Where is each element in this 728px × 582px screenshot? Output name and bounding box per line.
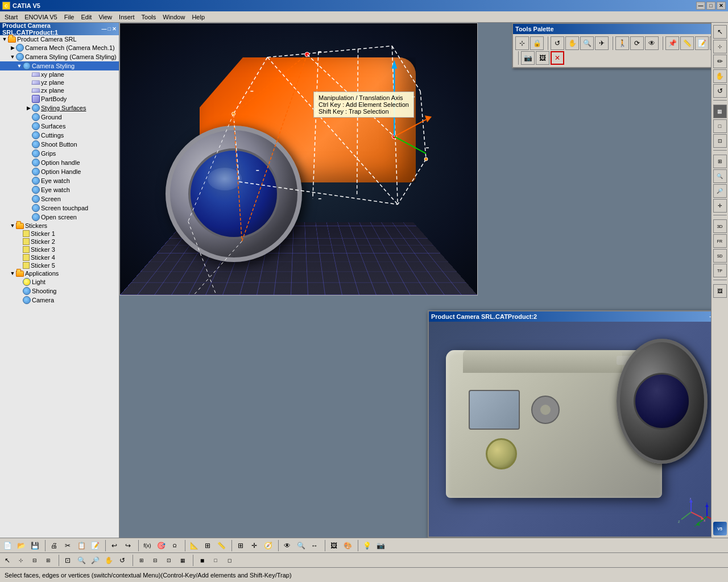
tree-item-eye-watch-2[interactable]: Eye watch [0,185,119,194]
menu-enovia[interactable]: ENOVIA V5 [21,13,60,22]
tree-item-open-screen[interactable]: Open screen [0,213,119,222]
tree-item-applications-group[interactable]: ▼ Applications [0,269,119,277]
tools-palette-titlebar[interactable]: Tools Palette ✕ [513,24,727,34]
tree-item-sticker-1[interactable]: Sticker 1 [0,230,119,238]
bt-new[interactable]: 📄 [1,539,14,552]
tool-rotate[interactable]: ↺ [551,36,564,50]
bt2-zoom-in[interactable]: 🔍 [75,554,88,567]
tool-arrow[interactable]: 🔒 [530,36,544,50]
bt-snap-mode[interactable]: 📐 [188,539,200,552]
bt2-point[interactable]: ⊹ [15,554,27,567]
menu-insert[interactable]: Insert [115,13,138,22]
bt2-pan[interactable]: ✋ [102,554,115,567]
bt-save[interactable]: 💾 [28,539,41,552]
tool-measure[interactable]: 📏 [680,36,694,50]
rt-zoom-in[interactable]: 🔍 [713,169,727,183]
bt-render2[interactable]: 🖼 [328,539,340,552]
product-minimize[interactable]: — [102,26,107,32]
product-maximize[interactable]: □ [108,26,111,32]
bt2-outline[interactable]: ◻ [223,554,235,567]
tool-camera[interactable]: 📷 [521,51,535,65]
tree-item-sticker-5[interactable]: Sticker 5 [0,261,119,269]
tool-render[interactable]: 🖼 [536,51,549,65]
menu-start[interactable]: Start [1,13,21,22]
close-button[interactable]: ✕ [717,2,726,10]
bt-swap[interactable]: ↔ [308,539,321,552]
maximize-button[interactable]: □ [706,2,715,10]
tool-select[interactable]: ⊹ [515,36,529,50]
bt-open[interactable]: 📂 [15,539,27,552]
bt-formula[interactable]: Ω [168,539,181,552]
rt-zoom-out[interactable]: 🔎 [713,184,727,198]
tree-item-camera-mech[interactable]: ▶ Camera Mech (Camera Mech.1) [0,43,119,52]
tool-close-red[interactable]: ✕ [551,51,564,65]
bt-cut[interactable]: ✂ [61,539,74,552]
tree-item-ground[interactable]: Ground [0,113,119,122]
bt2-face[interactable]: ⊞ [42,554,55,567]
tree-item-light[interactable]: Light [0,277,119,286]
bt-select-all[interactable]: ⊞ [201,539,214,552]
rt-rotate[interactable]: ↺ [713,84,727,98]
expand-root[interactable]: ▼ [1,36,8,43]
tool-fly[interactable]: ✈ [595,36,609,50]
rt-front-view[interactable]: FR [713,234,727,248]
tree-item-root[interactable]: ▼ Product Camera SRL [0,35,119,43]
bt2-rotate2[interactable]: ↺ [116,554,129,567]
tree-item-partbody[interactable]: PartBody [0,94,119,103]
bt-fx[interactable]: f(x) [141,539,154,552]
tool-pan[interactable]: ✋ [565,36,579,50]
tree-item-shoot-button[interactable]: Shoot Button [0,140,119,149]
rt-arrow[interactable]: ↖ [713,25,727,39]
menu-tools[interactable]: Tools [138,13,160,22]
rt-sketch[interactable]: ✏ [713,55,727,68]
rt-render[interactable]: 🖼 [713,284,727,298]
tree-item-option-handle-2[interactable]: Option Handle [0,167,119,176]
rt-pan[interactable]: ✛ [713,199,727,213]
bt2-zoom-fit[interactable]: ⊡ [61,554,74,567]
rt-points[interactable]: ⊡ [713,134,727,148]
bt2-edge[interactable]: ⊟ [28,554,41,567]
bt-copy[interactable]: 📋 [75,539,88,552]
bt-axis[interactable]: ✛ [248,539,260,552]
tool-snap[interactable]: 📌 [665,36,679,50]
expand-camera-mech[interactable]: ▶ [9,44,16,51]
bt-redo[interactable]: ↪ [122,539,134,552]
bt-show[interactable]: 🔍 [295,539,307,552]
tool-annotate[interactable]: 📝 [695,36,709,50]
tree-item-camera[interactable]: Camera [0,296,119,305]
bt2-view4[interactable]: ▦ [176,554,189,567]
tree-item-stickers-group[interactable]: ▼ Stickers [0,222,119,230]
tree-item-option-handle-1[interactable]: Option handle [0,158,119,167]
tool-turntable[interactable]: ⟳ [630,36,644,50]
bt2-select[interactable]: ↖ [1,554,14,567]
bt-measure2[interactable]: 📏 [215,539,228,552]
tool-walk[interactable]: 🚶 [615,36,629,50]
tree-item-xy-plane[interactable]: xy plane [0,70,119,78]
rt-select[interactable]: ⊹ [713,40,727,53]
tree-item-grips[interactable]: Grips [0,149,119,158]
bt-macro[interactable]: 🎯 [155,539,167,552]
bt2-wire2[interactable]: □ [209,554,222,567]
tree-item-styling-surfaces[interactable]: ▶ Styling Surfaces [0,103,119,113]
bt-paste[interactable]: 📝 [89,539,101,552]
tree-item-camera-styling-parent[interactable]: ▼ Camera Styling (Camera Styling) [0,52,119,61]
bt2-view2[interactable]: ⊟ [149,554,162,567]
tree-item-shooting[interactable]: Shooting [0,286,119,296]
bt-grid[interactable]: ⊞ [234,539,247,552]
bt-print[interactable]: 🖨 [48,539,60,552]
menu-edit[interactable]: Edit [77,13,95,22]
product-close[interactable]: ✕ [112,26,117,32]
tool-zoom[interactable]: 🔍 [580,36,594,50]
tree-item-sticker-3[interactable]: Sticker 3 [0,246,119,253]
bt2-zoom-out[interactable]: 🔎 [89,554,101,567]
tree-item-zx-plane[interactable]: zx plane [0,86,119,94]
minimize-button[interactable]: — [696,2,705,10]
tree-item-yz-plane[interactable]: yz plane [0,78,119,86]
expand-camera-styling[interactable]: ▼ [16,63,23,69]
tree-item-screen[interactable]: Screen [0,194,119,203]
rt-move[interactable]: ✋ [713,69,727,83]
tree-item-camera-styling[interactable]: ▼ Camera Styling [0,61,119,70]
bt-light2[interactable]: 💡 [361,539,373,552]
tool-examine[interactable]: 👁 [645,36,659,50]
tree-item-screen-touchpad[interactable]: Screen touchpad [0,203,119,213]
